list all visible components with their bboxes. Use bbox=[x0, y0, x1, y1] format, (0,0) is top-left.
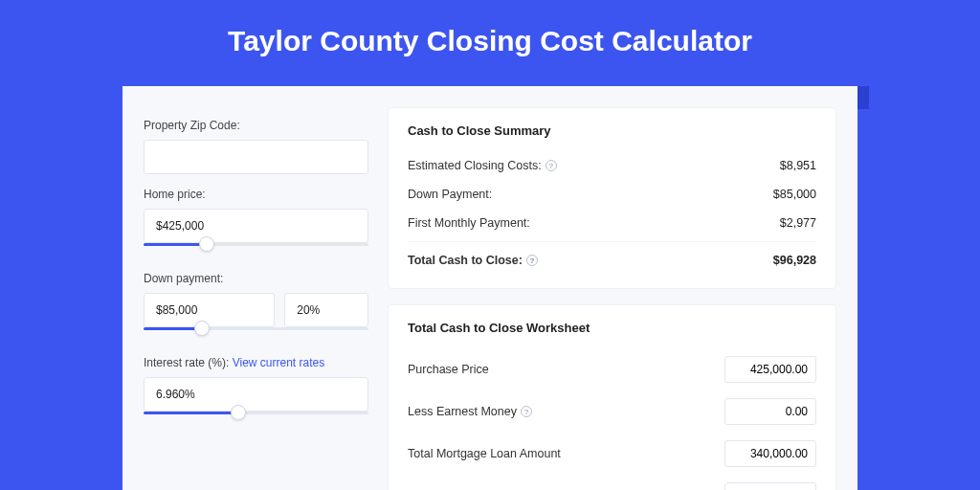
card-shadow-wrap: Property Zip Code: Home price: Down paym… bbox=[122, 86, 858, 490]
home-price-label: Home price: bbox=[144, 188, 368, 201]
summary-row-value: $85,000 bbox=[773, 188, 816, 201]
inputs-panel: Property Zip Code: Home price: Down paym… bbox=[144, 107, 368, 490]
worksheet-row: Total Mortgage Loan Amount bbox=[408, 433, 816, 475]
worksheet-row-input[interactable] bbox=[724, 356, 816, 383]
interest-rate-slider[interactable] bbox=[144, 410, 368, 427]
slider-fill bbox=[144, 327, 202, 330]
calculator-card: Property Zip Code: Home price: Down paym… bbox=[122, 86, 858, 490]
worksheet-row: Total Second Mortgage Amount bbox=[408, 475, 816, 490]
worksheet-panel: Total Cash to Close Worksheet Purchase P… bbox=[388, 304, 836, 490]
home-price-slider[interactable] bbox=[144, 241, 368, 258]
worksheet-row: Purchase Price bbox=[408, 348, 816, 390]
zip-label: Property Zip Code: bbox=[144, 119, 368, 132]
slider-thumb[interactable] bbox=[199, 236, 214, 252]
worksheet-row-label: Less Earnest Money bbox=[408, 405, 517, 418]
down-payment-input[interactable] bbox=[144, 293, 275, 327]
interest-rate-label: Interest rate (%): View current rates bbox=[144, 356, 368, 369]
home-price-input[interactable] bbox=[144, 209, 368, 243]
zip-input[interactable] bbox=[144, 140, 368, 174]
slider-fill bbox=[144, 243, 207, 246]
worksheet-row-input[interactable] bbox=[724, 482, 816, 490]
summary-title: Cash to Close Summary bbox=[408, 123, 816, 138]
down-payment-pct-input[interactable] bbox=[284, 293, 368, 327]
slider-thumb[interactable] bbox=[231, 405, 246, 420]
down-payment-label: Down payment: bbox=[144, 272, 368, 285]
help-icon[interactable]: ? bbox=[526, 255, 538, 266]
summary-row-value: $8,951 bbox=[780, 159, 816, 172]
down-payment-slider[interactable] bbox=[144, 325, 368, 343]
summary-total-row: Total Cash to Close: ? $96,928 bbox=[408, 241, 816, 275]
worksheet-row-label: Purchase Price bbox=[408, 363, 489, 376]
worksheet-row-label: Total Mortgage Loan Amount bbox=[408, 447, 561, 460]
view-rates-link[interactable]: View current rates bbox=[233, 356, 325, 369]
worksheet-row: Less Earnest Money ? bbox=[408, 390, 816, 433]
summary-row: First Monthly Payment: $2,977 bbox=[408, 209, 816, 237]
summary-row-label: Estimated Closing Costs: bbox=[408, 159, 542, 172]
summary-row-value: $2,977 bbox=[780, 216, 816, 230]
summary-total-label: Total Cash to Close: bbox=[408, 254, 523, 267]
summary-row-label: First Monthly Payment: bbox=[408, 216, 530, 230]
slider-thumb[interactable] bbox=[194, 321, 210, 336]
worksheet-title: Total Cash to Close Worksheet bbox=[408, 321, 816, 335]
interest-rate-label-text: Interest rate (%): bbox=[144, 356, 229, 369]
summary-total-value: $96,928 bbox=[773, 254, 816, 267]
summary-panel: Cash to Close Summary Estimated Closing … bbox=[388, 107, 836, 289]
help-icon[interactable]: ? bbox=[521, 406, 532, 417]
results-column: Cash to Close Summary Estimated Closing … bbox=[388, 107, 836, 490]
summary-row-label: Down Payment: bbox=[408, 188, 492, 201]
worksheet-row-input[interactable] bbox=[724, 398, 816, 425]
slider-fill bbox=[144, 412, 238, 414]
worksheet-row-input[interactable] bbox=[724, 440, 816, 467]
interest-rate-input[interactable] bbox=[144, 377, 368, 412]
page-title: Taylor County Closing Cost Calculator bbox=[0, 0, 980, 77]
summary-row: Estimated Closing Costs: ? $8,951 bbox=[408, 151, 816, 180]
summary-row: Down Payment: $85,000 bbox=[408, 180, 816, 209]
help-icon[interactable]: ? bbox=[546, 160, 557, 171]
